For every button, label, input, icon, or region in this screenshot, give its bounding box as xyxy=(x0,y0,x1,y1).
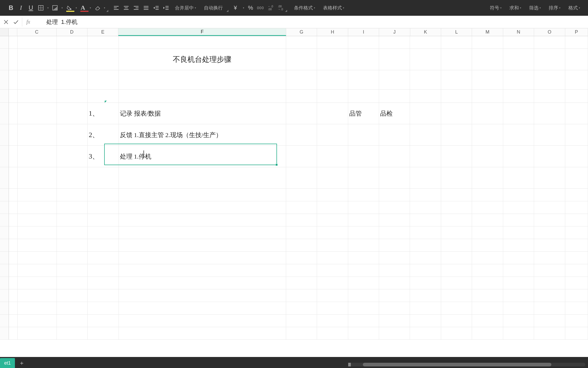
symbols-button[interactable]: 符号▾ xyxy=(486,3,505,13)
row-header[interactable] xyxy=(0,70,9,90)
row3-number[interactable]: 3、 xyxy=(88,146,119,167)
row-header[interactable] xyxy=(0,252,9,264)
bold-button[interactable]: B xyxy=(6,3,16,13)
chevron-down-icon: ▾ xyxy=(579,7,580,9)
row-header[interactable] xyxy=(0,315,9,327)
check-icon xyxy=(13,20,19,24)
align-center-icon xyxy=(124,6,129,10)
row2-text[interactable]: 反馈 1.直接主管 2.现场（生技/生产） xyxy=(119,124,286,146)
formula-bar: fx xyxy=(0,16,588,28)
row1-text[interactable]: 记录 报表/数据 xyxy=(119,103,286,124)
horizontal-scrollbar[interactable] xyxy=(348,363,585,366)
row-header[interactable] xyxy=(0,201,9,214)
row-header[interactable] xyxy=(0,302,9,315)
title-cell[interactable]: 不良机台处理步骤 xyxy=(119,49,286,70)
col-header-I[interactable]: I xyxy=(348,28,379,36)
align-left-button[interactable] xyxy=(112,3,121,13)
sum-button[interactable]: 求和▾ xyxy=(506,3,525,13)
row-header[interactable] xyxy=(0,49,9,70)
col-header-F[interactable]: F xyxy=(118,28,286,36)
row-header[interactable] xyxy=(0,146,9,167)
row-header[interactable] xyxy=(0,167,9,189)
decimal-increase-button[interactable]: ←.0.00 xyxy=(266,3,275,13)
col-header-K[interactable]: K xyxy=(410,28,441,36)
sort-button[interactable]: 排序▾ xyxy=(545,3,564,13)
fill-cell-button[interactable]: ▾ xyxy=(50,3,64,13)
group-expand-icon[interactable]: ◢ xyxy=(106,9,109,12)
col-header-L[interactable]: L xyxy=(441,28,472,36)
row-header[interactable] xyxy=(0,214,9,226)
confirm-edit-button[interactable] xyxy=(12,18,20,26)
row1-J[interactable]: 品检 xyxy=(379,103,410,124)
chevron-down-icon: ▾ xyxy=(243,7,244,9)
row-header[interactable] xyxy=(0,277,9,289)
border-button[interactable]: ▾ xyxy=(36,3,50,13)
fill-color-swatch xyxy=(66,11,74,12)
thousands-button[interactable]: 000 xyxy=(256,3,265,13)
indent-increase-button[interactable] xyxy=(161,3,171,13)
sheet-tab-active[interactable]: et1 xyxy=(0,358,15,368)
svg-marker-21 xyxy=(153,7,155,9)
row-header[interactable] xyxy=(0,226,9,239)
partial-button-left[interactable] xyxy=(2,3,6,13)
row-header[interactable] xyxy=(0,264,9,277)
decimal-decrease-button[interactable]: .00→.0 xyxy=(276,3,285,13)
grid-area[interactable]: 不良机台处理步骤 1、 记录 报表/数据 品管 品检 2、 xyxy=(0,36,588,357)
col-header-J[interactable]: J xyxy=(379,28,410,36)
toolbar: B I U ▾ ▾ ▾ A ▾ ▾ ◢ xyxy=(0,0,588,16)
scrollbar-thumb[interactable] xyxy=(363,363,551,366)
align-center-button[interactable] xyxy=(121,3,131,13)
col-header-H[interactable]: H xyxy=(317,28,348,36)
align-justify-button[interactable] xyxy=(141,3,151,13)
group-expand-icon[interactable]: ◢ xyxy=(285,9,288,12)
col-header-P[interactable]: P xyxy=(565,28,588,36)
add-sheet-button[interactable]: ＋ xyxy=(16,358,27,368)
col-header-O[interactable]: O xyxy=(534,28,565,36)
italic-button[interactable]: I xyxy=(16,3,26,13)
row-header[interactable] xyxy=(0,124,9,146)
currency-button[interactable]: ¥ ▾ xyxy=(232,3,245,13)
group-expand-icon[interactable]: ◢ xyxy=(226,9,229,12)
row-header[interactable] xyxy=(0,36,9,49)
font-color-button[interactable]: A ▾ xyxy=(79,3,92,13)
col-header-N[interactable]: N xyxy=(503,28,534,36)
svg-marker-25 xyxy=(163,7,165,9)
row1-number[interactable]: 1、 xyxy=(88,103,119,124)
eraser-button[interactable]: ▾ xyxy=(93,3,106,13)
col-header-E[interactable]: E xyxy=(87,28,118,36)
select-all-corner[interactable] xyxy=(0,28,9,36)
row-header[interactable] xyxy=(0,189,9,201)
text-caret xyxy=(143,150,144,158)
filter-button[interactable]: 筛选▾ xyxy=(525,3,545,13)
row1-I[interactable]: 品管 xyxy=(348,103,379,124)
wrap-text-button[interactable]: 自动换行 xyxy=(200,3,226,13)
row2-number[interactable]: 2、 xyxy=(88,124,119,146)
merge-center-button[interactable]: 合并居中▾ xyxy=(171,3,200,13)
indent-decrease-button[interactable] xyxy=(151,3,161,13)
fill-color-button[interactable]: ▾ xyxy=(64,3,78,13)
table-style-button[interactable]: 表格样式▾ xyxy=(319,3,348,13)
col-header-G[interactable]: G xyxy=(286,28,317,36)
row-header[interactable] xyxy=(0,239,9,252)
percent-button[interactable]: % xyxy=(246,3,255,13)
scrollbar-split[interactable] xyxy=(348,363,351,366)
underline-button[interactable]: U xyxy=(26,3,36,13)
close-icon xyxy=(4,20,8,24)
align-right-button[interactable] xyxy=(131,3,141,13)
row-header[interactable] xyxy=(0,327,9,340)
formula-input[interactable] xyxy=(34,16,588,28)
col-header-B[interactable] xyxy=(9,28,17,36)
row-header[interactable] xyxy=(0,289,9,302)
indent-dec-icon xyxy=(153,6,159,10)
chevron-down-icon: ▾ xyxy=(540,7,541,9)
format-button[interactable]: 格式▾ xyxy=(565,3,584,13)
row-header[interactable] xyxy=(0,90,9,103)
col-header-M[interactable]: M xyxy=(472,28,503,36)
col-header-C[interactable]: C xyxy=(17,28,56,36)
fx-button[interactable]: fx xyxy=(24,18,33,26)
conditional-format-button[interactable]: 条件格式▾ xyxy=(290,3,319,13)
align-justify-icon xyxy=(143,6,149,10)
row-header[interactable] xyxy=(0,103,9,124)
cancel-edit-button[interactable] xyxy=(2,18,10,26)
col-header-D[interactable]: D xyxy=(57,28,87,36)
